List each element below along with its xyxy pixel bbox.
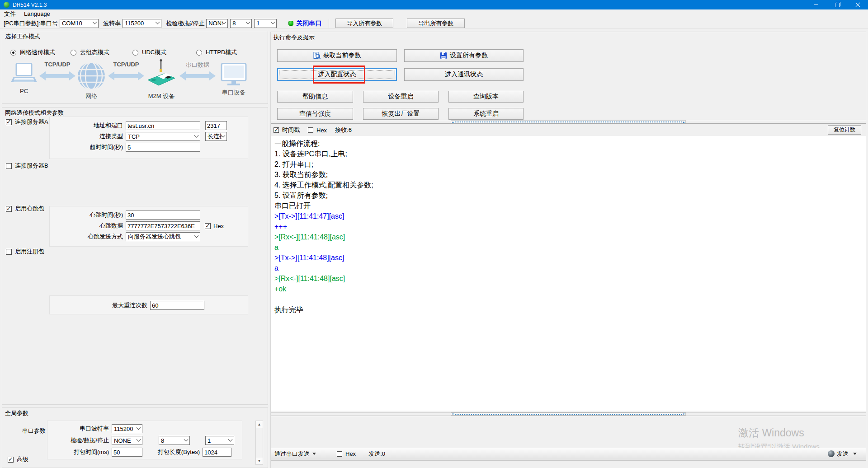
chevron-down-icon [853, 453, 857, 455]
server-a-port-input[interactable] [205, 121, 227, 130]
restore-button[interactable] [826, 0, 847, 9]
window-title: DR514 V2.1.3 [13, 2, 47, 8]
radio-net-transparent-mode[interactable]: 网络透传模式 [10, 48, 55, 56]
factory-reset-button[interactable]: 恢复出厂设置 [363, 108, 439, 120]
heartbeat-data-input[interactable] [126, 221, 200, 230]
advanced-checkbox[interactable] [8, 457, 14, 463]
radio-icon [71, 50, 76, 56]
serial-port-label: [PC串口参数]:串口号 [4, 19, 58, 28]
reset-count-button[interactable]: 复位计数 [828, 125, 861, 135]
send-bar: 通过串口发送 Hex 发送:0 发送 [271, 448, 866, 460]
baud-select[interactable]: 115200 [123, 19, 161, 28]
global-parity-select[interactable]: NONE [112, 436, 142, 445]
register-checkbox[interactable] [6, 249, 12, 255]
get-params-button[interactable]: 获取当前参数 [277, 49, 397, 62]
query-signal-button[interactable]: 查信号强度 [277, 108, 353, 120]
send-hex-checkbox-item[interactable]: Hex [337, 450, 356, 457]
floppy-disk-icon [440, 52, 447, 59]
device-reboot-button[interactable]: 设备重启 [363, 91, 439, 103]
com-port-select[interactable]: COM10 [60, 19, 99, 28]
close-button[interactable] [847, 0, 868, 9]
import-params-button[interactable]: 导入所有参数 [335, 19, 393, 28]
server-b-checkbox[interactable] [6, 163, 12, 169]
work-mode-groupbox: 选择工作模式 网络透传模式 云组态模式 UDC模式 HTTPD模式 [2, 31, 268, 104]
server-a-checkbox[interactable] [6, 119, 12, 125]
radio-udc-mode[interactable]: UDC模式 [132, 48, 166, 56]
parity-select[interactable]: NONI [206, 19, 228, 28]
restore-icon [835, 3, 839, 7]
heartbeat-mode-select[interactable]: 向服务器发送心跳包 [126, 232, 200, 241]
heartbeat-time-input[interactable] [126, 211, 200, 220]
reconnect-input[interactable] [150, 301, 204, 310]
advanced-checkbox-item[interactable]: 高级 [8, 455, 28, 463]
timeout-input[interactable] [126, 143, 200, 152]
radio-icon [132, 50, 138, 56]
system-reboot-button[interactable]: 系统重启 [448, 108, 524, 120]
menu-file[interactable]: 文件 [0, 9, 20, 18]
hb-data-row: 心跳数据 Hex [50, 220, 248, 231]
send-method-dropdown[interactable]: 通过串口发送 [274, 450, 316, 458]
global-databits-select[interactable]: 8 [159, 436, 190, 445]
register-checkbox-item[interactable]: 启用注册包 [6, 248, 44, 256]
heartbeat-hex-checkbox[interactable] [205, 223, 211, 229]
global-scrollbar[interactable]: ▲ ▼ [255, 421, 263, 465]
log-hex-checkbox[interactable] [308, 127, 313, 133]
scrollbar-track[interactable] [256, 428, 263, 458]
set-params-button[interactable]: 设置所有参数 [404, 49, 524, 62]
log-line: 串口已打开 [274, 201, 862, 211]
heartbeat-hex-checkbox-item[interactable]: Hex [205, 223, 224, 229]
global-stopbits-select[interactable]: 1 [205, 436, 234, 445]
log-area[interactable]: 一般操作流程: 1. 设备连PC串口,上电; 2. 打开串口; 3. 获取当前参… [271, 136, 866, 411]
log-line: +++ [274, 221, 862, 232]
server-a-fieldset: 地址和端口 连接类型 TCP 长连接 超时时间(秒) [49, 117, 248, 159]
server-a-checkbox-item[interactable]: 连接服务器A [6, 118, 48, 126]
log-splitter-bottom[interactable]: ▾ ▾ [271, 412, 866, 416]
enter-comm-button[interactable]: 进入通讯状态 [404, 68, 524, 81]
chevron-down-icon [271, 20, 275, 24]
help-button[interactable]: 帮助信息 [277, 91, 353, 103]
databits-select[interactable]: 8 [230, 19, 252, 28]
close-icon [855, 2, 860, 7]
minimize-button[interactable] [806, 0, 826, 9]
conn-keep-select[interactable]: 长连接 [205, 132, 227, 141]
laptop-icon [10, 63, 38, 85]
log-splitter-top[interactable]: ▴ ▴ [271, 120, 866, 124]
heartbeat-checkbox[interactable] [6, 206, 12, 212]
log-line: >[Rx<-][11:41:48][asc] [274, 232, 862, 242]
log-hex-checkbox-item[interactable]: Hex [308, 127, 327, 134]
export-params-button[interactable]: 导出所有参数 [407, 19, 465, 28]
close-port-button[interactable]: 关闭串口 [296, 19, 321, 28]
pack-length-input[interactable] [203, 448, 231, 457]
radio-cloud-mode[interactable]: 云组态模式 [71, 48, 109, 56]
document-magnifier-icon [313, 52, 321, 59]
heartbeat-checkbox-item[interactable]: 启用心跳包 [6, 205, 44, 213]
menu-language[interactable]: Language [20, 9, 54, 18]
mode-diagram: PC TCP/UDP 网络 TCP/UDP [2, 59, 268, 103]
chevron-down-icon [184, 437, 189, 441]
splitter-grabber[interactable]: ▴ ▴ [451, 120, 686, 123]
log-line: 5. 设置所有参数; [274, 190, 862, 201]
log-line: 4. 选择工作模式,配置相关参数; [274, 180, 862, 190]
global-baud-select[interactable]: 115200 [112, 424, 142, 433]
send-hex-checkbox[interactable] [337, 451, 342, 457]
stopbits-select[interactable]: 1 [254, 19, 277, 28]
send-button[interactable]: 发送 [828, 450, 857, 458]
transparent-params-title: 网络透传模式相关参数 [5, 109, 64, 117]
splitter-grabber[interactable]: ▾ ▾ [451, 412, 686, 416]
scroll-down-icon[interactable]: ▼ [256, 458, 263, 464]
chevron-down-icon [155, 20, 160, 24]
radio-icon [10, 50, 16, 56]
timestamp-checkbox-item[interactable]: 时间戳 [274, 126, 300, 134]
chevron-down-icon [222, 20, 226, 24]
conn-type-select[interactable]: TCP [126, 132, 200, 141]
double-arrow-icon [179, 70, 216, 82]
radio-httpd-mode[interactable]: HTTPD模式 [196, 48, 237, 56]
server-a-address-input[interactable] [126, 121, 200, 130]
server-b-checkbox-item[interactable]: 连接服务器B [6, 162, 48, 170]
scroll-up-icon[interactable]: ▲ [256, 421, 263, 428]
log-line: a [274, 263, 862, 273]
query-version-button[interactable]: 查询版本 [448, 91, 524, 103]
titlebar: DR514 V2.1.3 [0, 0, 868, 9]
pack-time-input[interactable] [112, 448, 142, 457]
timestamp-checkbox[interactable] [274, 127, 279, 133]
